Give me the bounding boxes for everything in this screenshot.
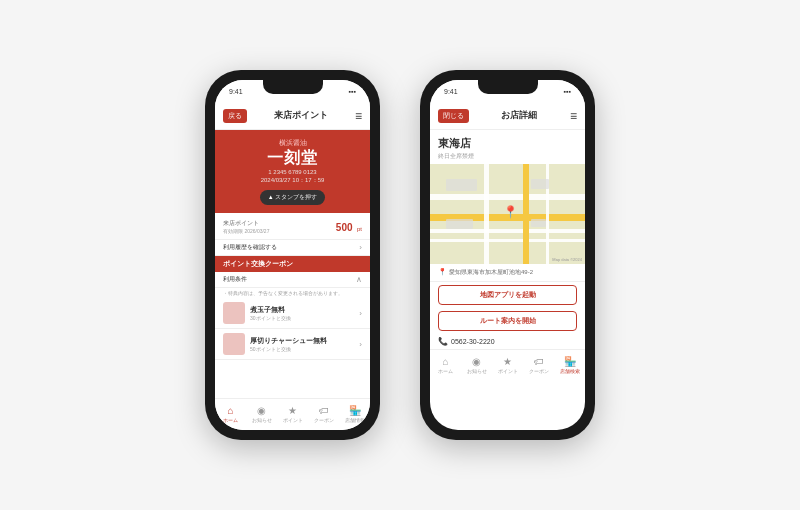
points-value: 500 [336, 222, 353, 233]
nav-coupon-label-1: クーポン [314, 417, 334, 423]
time-1: 9:41 [229, 88, 243, 95]
coupon-img-2 [223, 333, 245, 355]
nav-home-label-1: ホーム [223, 417, 238, 423]
nav-coupon-2[interactable]: 🏷 クーポン [523, 350, 554, 381]
nav-points-label-1: ポイント [283, 417, 303, 423]
nav-store-2[interactable]: 🏪 店舗検索 [554, 350, 585, 381]
home-icon-2: ⌂ [442, 357, 448, 367]
header-title-2: お店詳細 [501, 109, 537, 122]
coupon-name-1: 煮玉子無料 [250, 305, 354, 315]
phone-1: 9:41 ▪▪▪ 戻る 来店ポイント ≡ 横浜醤油 一刻堂 1 2345 678… [205, 70, 380, 440]
screen-content-1: 横浜醤油 一刻堂 1 2345 6789 0123 2024/03/27 10：… [215, 130, 370, 398]
route-button[interactable]: ルート案内を開始 [438, 311, 577, 331]
terms-chevron-icon: ∧ [356, 275, 362, 284]
logo-area: 横浜醤油 一刻堂 1 2345 6789 0123 2024/03/27 10：… [215, 130, 370, 213]
map-area[interactable]: 📍 Map data ©2024 [430, 164, 585, 264]
header-title-1: 来店ポイント [274, 109, 328, 122]
store-name-section: 東海店 終日全席禁煙 [430, 130, 585, 164]
back-button-2[interactable]: 閉じる [438, 109, 469, 123]
chevron-icon: › [359, 243, 362, 252]
nav-notices-1[interactable]: ◉ お知らせ [246, 399, 277, 430]
expiry-label: 有効期限 [223, 228, 243, 234]
nav-points-2[interactable]: ★ ポイント [492, 350, 523, 381]
bottom-nav-1: ⌂ ホーム ◉ お知らせ ★ ポイント 🏷 クーポン 🏪 店舗情報 [215, 398, 370, 430]
map-background: 📍 Map data ©2024 [430, 164, 585, 264]
nav-store-label-2: 店舗検索 [560, 368, 580, 374]
coupon-img-1 [223, 302, 245, 324]
nav-points-1[interactable]: ★ ポイント [277, 399, 308, 430]
coupon-name-2: 厚切りチャーシュー無料 [250, 336, 354, 346]
address-section: 📍 愛知県東海市加木屋町池地49-2 [430, 264, 585, 282]
points-icon: ★ [288, 406, 297, 416]
coupon-info-2: 厚切りチャーシュー無料 50ポイントと交換 [250, 336, 354, 352]
map-app-button[interactable]: 地図アプリを起動 [438, 285, 577, 305]
address-pin-icon: 📍 [438, 268, 447, 276]
phone-notch-2 [478, 80, 538, 94]
notices-icon: ◉ [257, 406, 266, 416]
menu-icon-1[interactable]: ≡ [355, 109, 362, 123]
points-icon-2: ★ [503, 357, 512, 367]
coupon-item-2[interactable]: 厚切りチャーシュー無料 50ポイントと交換 › [215, 329, 370, 360]
nav-store-1[interactable]: 🏪 店舗情報 [339, 399, 370, 430]
history-label: 利用履歴を確認する [223, 243, 277, 252]
back-button-1[interactable]: 戻る [223, 109, 247, 123]
points-row: 来店ポイント 有効期限 2026/03/27 500 pt [215, 213, 370, 240]
coupon-info-1: 煮玉子無料 30ポイントと交換 [250, 305, 354, 321]
points-expiry: 有効期限 2026/03/27 [223, 228, 269, 234]
address-line: 📍 愛知県東海市加木屋町池地49-2 [438, 268, 577, 277]
coupon-item-1[interactable]: 煮玉子無料 30ポイントと交換 › [215, 298, 370, 329]
phone-screen-2: 9:41 ▪▪▪ 閉じる お店詳細 ≡ 東海店 終日全席禁煙 [430, 80, 585, 430]
card-date: 2024/03/27 10：17：59 [223, 176, 362, 185]
nav-notices-2[interactable]: ◉ お知らせ [461, 350, 492, 381]
phone-screen-1: 9:41 ▪▪▪ 戻る 来店ポイント ≡ 横浜醤油 一刻堂 1 2345 678… [215, 80, 370, 430]
phone-section: 📞 0562-30-2220 [430, 334, 585, 349]
map-attribution: Map data ©2024 [552, 257, 582, 262]
coupon-section-header: ポイント交換クーポン [215, 256, 370, 272]
stamp-button[interactable]: ▲ スタンプを押す [260, 190, 326, 205]
logo-brand: 横浜醤油 [223, 138, 362, 148]
nav-store-label-1: 店舗情報 [345, 417, 365, 423]
nav-home-label-2: ホーム [438, 368, 453, 374]
notices-icon-2: ◉ [472, 357, 481, 367]
store-name: 東海店 [438, 136, 577, 151]
coupon-chevron-1: › [359, 309, 362, 318]
coupon-icon-2: 🏷 [534, 357, 544, 367]
phone-call-icon: 📞 [438, 337, 448, 346]
coupon-chevron-2: › [359, 340, 362, 349]
phone-2: 9:41 ▪▪▪ 閉じる お店詳細 ≡ 東海店 終日全席禁煙 [420, 70, 595, 440]
expiry-date: 2026/03/27 [244, 228, 269, 234]
terms-row[interactable]: 利用条件 ∧ [215, 272, 370, 288]
map-pin: 📍 [503, 205, 518, 219]
nav-home-1[interactable]: ⌂ ホーム [215, 399, 246, 430]
menu-icon-2[interactable]: ≡ [570, 109, 577, 123]
store-icon-2: 🏪 [564, 357, 576, 367]
home-icon: ⌂ [227, 406, 233, 416]
app-header-1: 戻る 来店ポイント ≡ [215, 102, 370, 130]
store-icon-1: 🏪 [349, 406, 361, 416]
terms-note: ・特典内容は、予告なく変更される場合があります。 [215, 288, 370, 298]
address-text: 愛知県東海市加木屋町池地49-2 [449, 268, 533, 277]
bottom-nav-2: ⌂ ホーム ◉ お知らせ ★ ポイント 🏷 クーポン 🏪 店舗検索 [430, 349, 585, 381]
app-header-2: 閉じる お店詳細 ≡ [430, 102, 585, 130]
nav-coupon-label-2: クーポン [529, 368, 549, 374]
points-label: 来店ポイント [223, 219, 269, 228]
terms-label: 利用条件 [223, 275, 247, 284]
points-unit: pt [357, 226, 362, 232]
card-number: 1 2345 6789 0123 [223, 169, 362, 175]
history-row[interactable]: 利用履歴を確認する › [215, 240, 370, 256]
store-subtitle: 終日全席禁煙 [438, 152, 577, 161]
time-2: 9:41 [444, 88, 458, 95]
logo-main: 一刻堂 [223, 150, 362, 166]
nav-notices-label-2: お知らせ [467, 368, 487, 374]
coupon-pts-1: 30ポイントと交換 [250, 315, 354, 321]
phone-notch-1 [263, 80, 323, 94]
phone-number[interactable]: 0562-30-2220 [451, 338, 495, 345]
nav-coupon-1[interactable]: 🏷 クーポン [308, 399, 339, 430]
coupon-icon: 🏷 [319, 406, 329, 416]
status-icons-1: ▪▪▪ [349, 88, 356, 95]
coupon-pts-2: 50ポイントと交換 [250, 346, 354, 352]
nav-notices-label-1: お知らせ [252, 417, 272, 423]
nav-points-label-2: ポイント [498, 368, 518, 374]
nav-home-2[interactable]: ⌂ ホーム [430, 350, 461, 381]
status-icons-2: ▪▪▪ [564, 88, 571, 95]
